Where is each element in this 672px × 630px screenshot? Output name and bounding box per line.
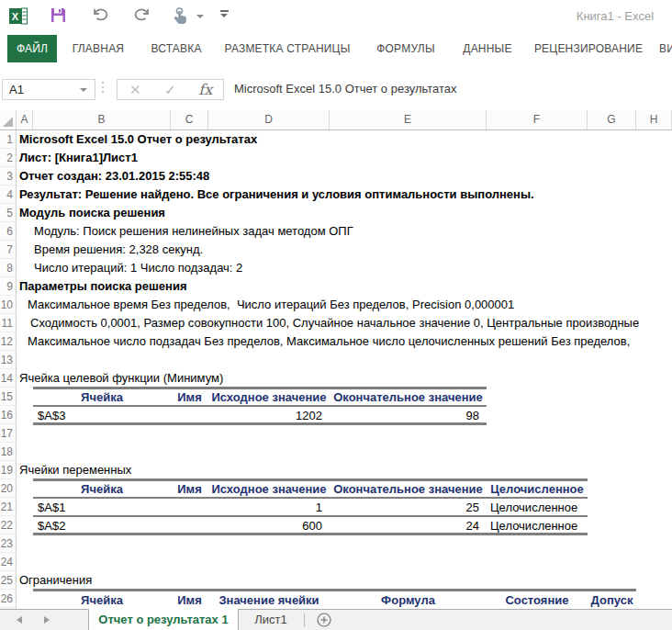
column-header-A[interactable]: A (17, 110, 33, 129)
variables-header-integer[interactable]: Целочисленное (487, 480, 588, 498)
row-header-26[interactable]: 26 (0, 590, 16, 608)
tab-page-layout[interactable]: РАЗМЕТКА СТРАНИЦЫ (220, 35, 354, 62)
row-header-12[interactable]: 12 (0, 332, 16, 351)
column-header-D[interactable]: D (208, 110, 330, 129)
cell-text-row4[interactable]: Результат: Решение найдено. Все ограниче… (19, 186, 534, 204)
row-header-15[interactable]: 15 (0, 388, 16, 406)
variables-header-cell[interactable]: Ячейка (33, 480, 171, 498)
objective-header-cell[interactable]: Ячейка (33, 388, 171, 406)
constraints-header-value[interactable]: Значение ячейки (208, 591, 330, 609)
cell-text-row1[interactable]: Microsoft Excel 15.0 Отчет о результатах (19, 130, 257, 149)
row-header-21[interactable]: 21 (0, 498, 16, 516)
variable-row1-final[interactable]: 25 (330, 499, 483, 516)
row-header-22[interactable]: 22 (0, 516, 16, 534)
tab-view[interactable]: ВИД (659, 35, 672, 62)
row-header-1[interactable]: 1 (0, 130, 16, 149)
row-header-19[interactable]: 19 (0, 461, 16, 479)
row-header-25[interactable]: 25 (0, 571, 16, 590)
variables-header-name[interactable]: Имя (171, 480, 208, 498)
select-all-button[interactable] (0, 110, 17, 129)
row-header-8[interactable]: 8 (0, 259, 16, 277)
cell-text-row7[interactable]: Время решения: 2,328 секунд. (34, 241, 203, 259)
row-header-3[interactable]: 3 (0, 167, 16, 186)
sheet-nav-right-icon[interactable] (44, 616, 50, 624)
cell-text-row10[interactable]: Максимальное время Без пределов, Число и… (28, 296, 514, 314)
row-header-18[interactable]: 18 (0, 443, 16, 461)
cell-text-row8[interactable]: Число итераций: 1 Число подзадач: 2 (34, 259, 242, 277)
tab-review[interactable]: РЕЦЕНЗИРОВАНИЕ (531, 35, 646, 62)
touch-mode-icon[interactable] (173, 7, 189, 28)
formula-bar-content[interactable]: Microsoft Excel 15.0 Отчет о результатах (234, 79, 670, 100)
constraints-header-name[interactable]: Имя (171, 591, 208, 609)
name-box[interactable]: A1 (2, 79, 95, 100)
ribbon-tab-strip: ФАЙЛ ГЛАВНАЯ ВСТАВКА РАЗМЕТКА СТРАНИЦЫ Ф… (0, 35, 672, 62)
variables-header-initial[interactable]: Исходное значение (208, 480, 330, 498)
constraints-header-slack[interactable]: Допуск (588, 591, 636, 609)
sheet-tab-list1[interactable]: Лист1 (239, 610, 303, 630)
cell-text-row5[interactable]: Модуль поиска решения (19, 204, 165, 222)
tab-formulas[interactable]: ФОРМУЛЫ (367, 35, 444, 62)
column-header-C[interactable]: C (171, 110, 208, 129)
column-header-G[interactable]: G (588, 110, 636, 129)
objective-header-initial[interactable]: Исходное значение (208, 388, 330, 406)
variables-table-bottom-border (33, 533, 588, 535)
cell-text-row9[interactable]: Параметры поиска решения (19, 277, 186, 296)
objective-table-bottom-border (33, 422, 487, 425)
row-header-5[interactable]: 5 (0, 204, 16, 222)
row-header-23[interactable]: 23 (0, 534, 16, 553)
cancel-icon[interactable]: ✕ (118, 80, 152, 99)
column-header-H[interactable]: H (636, 110, 672, 129)
new-sheet-button[interactable] (317, 613, 331, 627)
redo-icon[interactable] (133, 7, 151, 25)
objective-header-name[interactable]: Имя (171, 388, 208, 406)
row-header-24[interactable]: 24 (0, 553, 16, 571)
touch-mode-dropdown-icon[interactable] (196, 15, 204, 18)
cell-text-row12[interactable]: Максимальное число подзадач Без пределов… (28, 332, 630, 351)
svg-text:X: X (12, 11, 19, 22)
variables-header-final[interactable]: Окончательное значение (330, 480, 487, 498)
column-header-E[interactable]: E (330, 110, 487, 129)
variable-row1-initial[interactable]: 1 (208, 499, 326, 516)
objective-table-title[interactable]: Ячейка целевой функции (Минимум) (19, 369, 223, 388)
tab-file[interactable]: ФАЙЛ (7, 35, 57, 62)
variable-row1-integer[interactable]: Целочисленное (490, 499, 586, 516)
constraints-header-cell[interactable]: Ячейка (33, 591, 171, 609)
name-box-dropdown-icon[interactable] (80, 88, 87, 92)
cell-text-row2[interactable]: Лист: [Книга1]Лист1 (19, 149, 138, 167)
row-header-16[interactable]: 16 (0, 406, 16, 424)
row-header-2[interactable]: 2 (0, 149, 16, 167)
row-header-4[interactable]: 4 (0, 186, 16, 204)
column-header-B[interactable]: B (33, 110, 171, 129)
variables-table-title[interactable]: Ячейки переменных (19, 461, 131, 479)
sheet-nav-left-icon[interactable] (17, 616, 22, 624)
row-header-17[interactable]: 17 (0, 424, 16, 443)
objective-header-final[interactable]: Окончательное значение (330, 388, 487, 406)
sheet-tab-report[interactable]: Отчет о результатах 1 (88, 609, 239, 630)
constraints-header-status[interactable]: Состояние (487, 591, 588, 609)
customize-quick-access-toolbar-icon[interactable] (220, 10, 229, 17)
insert-function-icon[interactable]: fx (188, 80, 223, 99)
tab-home[interactable]: ГЛАВНАЯ (66, 35, 130, 62)
save-icon[interactable] (50, 7, 66, 27)
row-header-20[interactable]: 20 (0, 479, 16, 498)
column-header-F[interactable]: F (487, 110, 588, 129)
constraints-header-formula[interactable]: Формула (330, 591, 487, 609)
cell-text-row3[interactable]: Отчет создан: 23.01.2015 2:55:48 (19, 167, 209, 186)
constraints-table-title[interactable]: Ограничения (19, 571, 92, 590)
sheet-tab-bar: Отчет о результатах 1 Лист1 (0, 609, 672, 630)
row-header-6[interactable]: 6 (0, 222, 16, 241)
cell-text-row6[interactable]: Модуль: Поиск решения нелинейных задач м… (34, 222, 353, 241)
row-header-9[interactable]: 9 (0, 277, 16, 296)
row-header-11[interactable]: 11 (0, 314, 16, 332)
tab-insert[interactable]: ВСТАВКА (145, 35, 207, 62)
cell-text-row11[interactable]: Сходимость 0,0001, Размер совокупности 1… (30, 314, 639, 332)
row-header-13[interactable]: 13 (0, 351, 16, 369)
tab-data[interactable]: ДАННЫЕ (457, 35, 518, 62)
enter-icon[interactable]: ✓ (152, 80, 187, 99)
sheet-tab-separator (304, 613, 305, 627)
row-header-10[interactable]: 10 (0, 296, 16, 314)
variable-row1-cell[interactable]: $A$1 (38, 499, 166, 516)
row-header-7[interactable]: 7 (0, 241, 16, 259)
undo-icon[interactable] (92, 7, 109, 25)
row-header-14[interactable]: 14 (0, 369, 16, 388)
